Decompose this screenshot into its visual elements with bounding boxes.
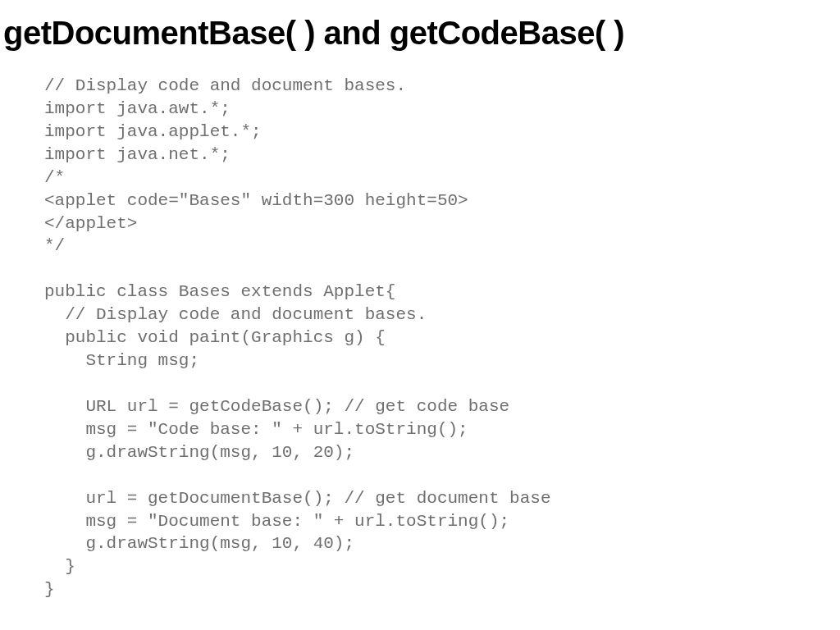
slide: getDocumentBase( ) and getCodeBase( ) //… (0, 0, 840, 630)
slide-title: getDocumentBase( ) and getCodeBase( ) (0, 15, 840, 52)
code-listing: // Display code and document bases. impo… (44, 75, 840, 601)
